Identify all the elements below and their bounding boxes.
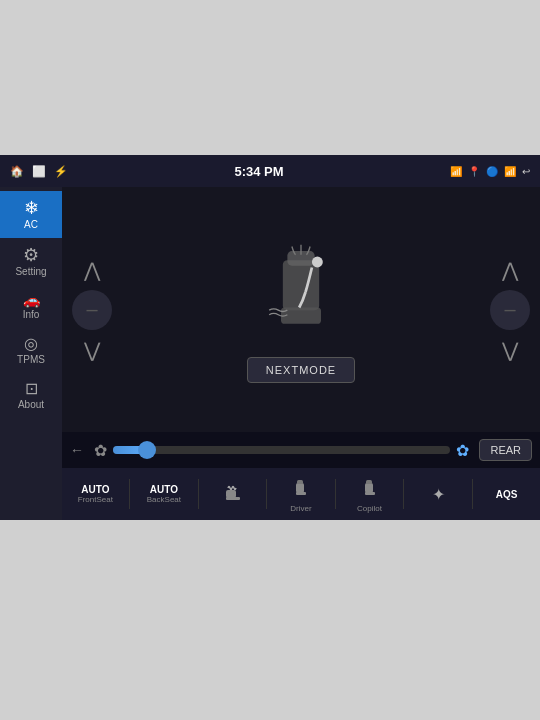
bluetooth-icon: 🔵 [486,166,498,177]
bottom-item-heat-seat[interactable] [207,480,257,509]
bottom-item-special[interactable]: ✦ [413,485,463,504]
seat-display [236,237,366,347]
bottom-padding [0,520,540,720]
fan-speed-slider[interactable] [113,446,450,454]
status-bar-left: 🏠 ⬜ ⚡ [10,165,68,178]
sidebar-label-setting: Setting [15,266,46,277]
right-temp-down[interactable]: ⋁ [492,336,528,364]
sidebar-item-ac[interactable]: ❄ AC [0,191,62,238]
clock: 5:34 PM [234,164,283,179]
screen-icon[interactable]: ⬜ [32,165,46,178]
svg-rect-5 [226,497,240,500]
copilot-sub-label: Copilot [357,504,382,513]
top-padding [0,0,540,155]
left-temp-down[interactable]: ⋁ [74,336,110,364]
right-panel: ⋀ – ⋁ [62,187,540,520]
divider-4 [335,479,336,509]
ac-icon: ❄ [24,199,39,217]
bottom-item-copilot[interactable]: Copilot [345,475,395,513]
sidebar-label-tpms: TPMS [17,354,45,365]
nextmode-button[interactable]: NEXTMODE [247,357,355,383]
driver-seat-icon [289,475,313,504]
bottom-bar: AUTO FrontSeat AUTO BackSeat [62,468,540,520]
svg-point-3 [312,256,323,267]
svg-rect-11 [366,480,372,484]
signal-icon: 📶 [450,166,462,177]
special-icon: ✦ [432,485,445,504]
auto-front-sub-label: FrontSeat [78,495,113,504]
heat-seat-icon [220,480,244,509]
about-icon: ⊡ [25,381,38,397]
main-content: ❄ AC ⚙ Setting 🚗 Info ◎ TPMS ⊡ Ab [0,187,540,520]
fan-left-icon: ✿ [94,441,107,460]
sidebar-item-info[interactable]: 🚗 Info [0,285,62,328]
left-control-col: ⋀ – ⋁ [72,256,112,364]
bottom-item-auto-front[interactable]: AUTO FrontSeat [70,484,120,504]
tpms-icon: ◎ [24,336,38,352]
bottom-item-auto-back[interactable]: AUTO BackSeat [139,484,189,504]
setting-icon: ⚙ [23,246,39,264]
location-icon: 📍 [468,166,480,177]
svg-rect-10 [365,492,375,495]
center-section: NEXTMODE [112,237,490,383]
right-temp-display: – [490,290,530,330]
screen: 🏠 ⬜ ⚡ 5:34 PM 📶 📍 🔵 📶 ↩ ❄ AC [0,155,540,520]
right-control-col: ⋀ – ⋁ [490,256,530,364]
status-bar: 🏠 ⬜ ⚡ 5:34 PM 📶 📍 🔵 📶 ↩ [0,155,540,187]
auto-back-main-label: AUTO [150,484,178,495]
driver-sub-label: Driver [290,504,311,513]
auto-back-sub-label: BackSeat [147,495,181,504]
rear-button[interactable]: REAR [479,439,532,461]
device-frame: 🏠 ⬜ ⚡ 5:34 PM 📶 📍 🔵 📶 ↩ ❄ AC [0,0,540,720]
sidebar-label-info: Info [23,309,40,320]
svg-rect-9 [365,483,373,493]
svg-rect-6 [296,483,304,493]
fan-right-icon: ✿ [456,441,469,460]
svg-rect-8 [297,480,303,484]
sidebar-label-ac: AC [24,219,38,230]
left-temp-display: – [72,290,112,330]
sidebar-item-about[interactable]: ⊡ About [0,373,62,418]
fan-row: ← ✿ ✿ REAR [62,432,540,468]
aqs-label: AQS [496,489,518,500]
home-icon[interactable]: 🏠 [10,165,24,178]
divider-2 [198,479,199,509]
ac-area: ⋀ – ⋁ [62,187,540,432]
auto-front-main-label: AUTO [81,484,109,495]
back-arrow-icon[interactable]: ← [70,442,84,458]
copilot-seat-icon [358,475,382,504]
back-icon[interactable]: ↩ [522,166,530,177]
seat-figure [251,242,351,342]
svg-rect-4 [226,490,236,498]
right-temp-up[interactable]: ⋀ [492,256,528,284]
left-temp-up[interactable]: ⋀ [74,256,110,284]
bottom-item-driver[interactable]: Driver [276,475,326,513]
sidebar-label-about: About [18,399,44,410]
divider-5 [403,479,404,509]
sidebar: ❄ AC ⚙ Setting 🚗 Info ◎ TPMS ⊡ Ab [0,187,62,520]
divider-1 [129,479,130,509]
status-bar-right: 📶 📍 🔵 📶 ↩ [450,166,530,177]
svg-rect-7 [296,492,306,495]
fan-slider-thumb [138,441,156,459]
usb-icon: ⚡ [54,165,68,178]
divider-6 [472,479,473,509]
bottom-item-aqs[interactable]: AQS [482,489,532,500]
wifi-icon: 📶 [504,166,516,177]
sidebar-item-tpms[interactable]: ◎ TPMS [0,328,62,373]
info-icon: 🚗 [23,293,40,307]
sidebar-item-setting[interactable]: ⚙ Setting [0,238,62,285]
divider-3 [266,479,267,509]
